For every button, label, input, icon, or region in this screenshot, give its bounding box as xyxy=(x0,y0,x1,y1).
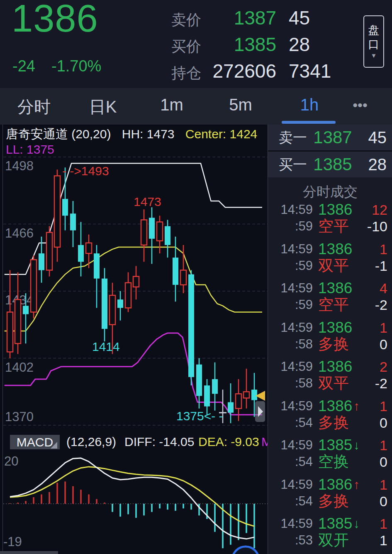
candle-body-down xyxy=(39,253,44,270)
trade-time: 14:59 xyxy=(268,398,313,414)
trade-volume: 4 xyxy=(343,280,387,297)
candle-body-up xyxy=(243,392,249,398)
trade-seconds: :54 xyxy=(268,414,313,431)
candle-body-up xyxy=(180,270,186,285)
trade-delta: -2 xyxy=(343,297,387,313)
candle-body-up xyxy=(86,243,92,253)
level-quantity: 28 xyxy=(349,152,387,177)
trade-seconds: :59 xyxy=(268,297,313,313)
level-label: 买一 xyxy=(279,152,307,177)
quote-row-extra: 28 xyxy=(289,33,310,56)
candle-body-up xyxy=(54,176,60,247)
dropdown-fold-icon xyxy=(51,442,57,449)
tab-分时[interactable]: 分时 xyxy=(17,96,51,118)
candle-body-down xyxy=(196,365,202,396)
depth-panel-button[interactable]: 盘 口 ▼ xyxy=(363,15,384,68)
candle-body-up xyxy=(236,394,241,408)
trade-volume: 12 xyxy=(343,201,387,218)
trade-delta: 0 xyxy=(343,453,387,470)
trade-volume: 1 xyxy=(343,319,387,336)
trade-volume: 1 xyxy=(343,398,387,414)
candle-body-down xyxy=(188,275,194,377)
quote-row-label: 买价 xyxy=(171,37,201,57)
tab-日K[interactable]: 日K xyxy=(88,96,118,118)
depth-button-char1: 盘 xyxy=(368,24,380,37)
macd-y-top-label: 20 xyxy=(4,454,18,468)
trade-seconds: :54 xyxy=(268,453,313,470)
candle-body-down xyxy=(62,199,68,216)
candle-body-down xyxy=(117,299,123,308)
trade-volume: 1 xyxy=(343,241,387,257)
trade-volume: 1 xyxy=(343,437,387,453)
trade-time: 14:59 xyxy=(268,476,313,493)
trade-seconds: :58 xyxy=(268,375,313,392)
quote-row-extra: 7341 xyxy=(289,60,331,82)
y-axis-label: 1466 xyxy=(5,226,34,240)
y-axis-label: 1370 xyxy=(5,409,34,424)
trade-delta: -2 xyxy=(343,375,387,392)
price-change-percent: -1.70% xyxy=(51,57,101,75)
indicator-line xyxy=(5,333,262,415)
candle-body-down xyxy=(102,279,107,329)
macd-chart[interactable]: 20-19 xyxy=(0,451,268,554)
candle-body-down xyxy=(78,245,84,262)
quote-row-label: 卖价 xyxy=(171,10,201,30)
quote-row-value: 272606 xyxy=(199,60,276,82)
chevron-down-icon: ▼ xyxy=(371,52,377,59)
tab-5m[interactable]: 5m xyxy=(229,96,252,114)
macd-y-bottom-label: -19 xyxy=(3,534,22,549)
trading-app: 1386 -24 -1.70% 卖价138745买价138528持仓272606… xyxy=(0,0,392,554)
macd-dea-value: DEA: -9.03 xyxy=(198,435,259,449)
trade-delta: 0 xyxy=(343,336,387,353)
candlestick-chart[interactable]: 14981466143414021370- ->1493147314141375… xyxy=(0,125,268,431)
y-axis-label: 1402 xyxy=(5,360,34,375)
quote-row-value: 1387 xyxy=(199,7,276,29)
last-price: 1386 xyxy=(12,0,98,40)
trade-time: 14:59 xyxy=(268,319,313,336)
trade-seconds: :54 xyxy=(268,493,313,510)
candle-body-down xyxy=(23,306,29,314)
candle-body-down xyxy=(173,257,178,285)
trade-seconds: :59 xyxy=(268,218,313,235)
trade-volume: 2 xyxy=(343,358,387,375)
chart-annotation: - ->1493 xyxy=(62,164,109,178)
candle-body-up xyxy=(157,222,163,240)
candle-body-down xyxy=(228,402,234,412)
trade-delta: 1 xyxy=(343,532,387,549)
trade-seconds: :58 xyxy=(268,336,313,353)
quote-row-extra: 45 xyxy=(289,7,310,29)
trade-time: 14:59 xyxy=(268,437,313,453)
chart-area[interactable]: 唐奇安通道 (20,20) HH: 1473 Center: 1424 LL: … xyxy=(0,125,268,554)
candle-body-down xyxy=(70,213,76,230)
macd-line xyxy=(10,458,254,539)
trade-time: 14:59 xyxy=(268,201,313,218)
bid-level-row[interactable]: 买一138528 xyxy=(268,152,392,177)
trade-delta: 0 xyxy=(343,414,387,431)
trade-time: 14:59 xyxy=(268,241,313,257)
quote-row-label: 持仓 xyxy=(171,63,201,83)
candle-body-up xyxy=(133,277,139,287)
y-axis-label: 1498 xyxy=(5,159,34,173)
macd-value-clipped: MACD: xyxy=(261,435,268,449)
candle-body-up xyxy=(125,283,131,308)
candle-body-up xyxy=(15,299,21,343)
chart-annotation: 1473 xyxy=(134,195,161,208)
orderbook-separator xyxy=(268,150,392,152)
candle-body-up xyxy=(31,260,37,312)
candle-body-up xyxy=(141,220,147,245)
bottom-edge-strip xyxy=(0,551,58,554)
macd-diff-value: DIFF: -14.05 xyxy=(124,435,194,449)
ask-level-row[interactable]: 卖一138745 xyxy=(268,125,392,150)
chart-annotation: 1414 xyxy=(92,340,120,353)
candle-body-down xyxy=(165,226,170,245)
candle-body-up xyxy=(46,233,52,270)
trade-volume: 1 xyxy=(343,476,387,493)
tab-more-menu[interactable]: ••• xyxy=(348,97,372,113)
active-tab-underline xyxy=(282,121,336,124)
market-side-panel[interactable]: 卖一138745买一138528 分时成交 14:59138612:59空平-1… xyxy=(268,125,392,554)
trade-time: 14:59 xyxy=(268,280,313,297)
candle-body-down xyxy=(149,218,155,238)
tab-1m[interactable]: 1m xyxy=(160,96,183,114)
trade-delta: 0 xyxy=(343,493,387,510)
tab-1h[interactable]: 1h xyxy=(299,96,319,114)
